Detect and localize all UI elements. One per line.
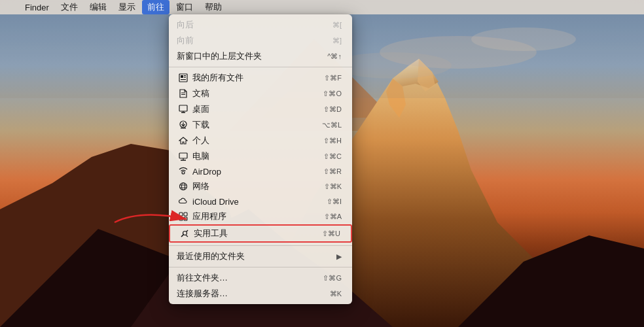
svg-rect-17 <box>184 75 186 76</box>
svg-rect-28 <box>179 153 187 158</box>
menu-goto-folder[interactable]: 前往文件夹… ⇧⌘G <box>169 270 352 286</box>
separator-3 <box>169 267 352 267</box>
utilities-icon <box>178 229 191 238</box>
svg-rect-37 <box>184 213 187 216</box>
menubar-help[interactable]: 帮助 <box>200 0 227 14</box>
menu-airdrop[interactable]: AirDrop ⇧⌘R <box>169 164 352 179</box>
menu-icloud[interactable]: iCloud Drive ⇧⌘I <box>169 194 352 209</box>
menu-back[interactable]: 向后 ⌘[ <box>169 17 352 33</box>
icloud-icon <box>177 197 190 206</box>
svg-rect-22 <box>179 105 187 111</box>
documents-icon <box>177 89 190 98</box>
menu-recent-folders[interactable]: 最近使用的文件夹 ▶ <box>169 249 352 264</box>
menubar-view[interactable]: 显示 <box>113 0 141 14</box>
all-files-icon <box>177 73 190 82</box>
menubar-window[interactable]: 窗口 <box>171 0 198 14</box>
menu-connect-server[interactable]: 连接服务器… ⌘K <box>169 286 352 301</box>
svg-line-42 <box>187 230 188 232</box>
network-icon <box>177 182 190 191</box>
menu-utilities[interactable]: 实用工具 ⇧⌘U <box>169 224 352 243</box>
menu-all-files[interactable]: 我的所有文件 ⇧⌘F <box>169 70 352 86</box>
airdrop-icon <box>177 167 190 176</box>
menubar-edit[interactable]: 编辑 <box>84 0 112 14</box>
home-icon <box>177 136 190 145</box>
svg-point-31 <box>182 171 185 174</box>
menubar-file[interactable]: 文件 <box>56 0 83 14</box>
separator-2 <box>169 245 352 246</box>
menu-documents[interactable]: 文稿 ⇧⌘O <box>169 86 352 101</box>
menu-network[interactable]: 网络 ⇧⌘K <box>169 179 352 194</box>
separator-1 <box>169 67 352 67</box>
svg-point-33 <box>182 183 185 190</box>
svg-rect-39 <box>184 217 187 220</box>
computer-icon <box>177 152 190 161</box>
menu-computer[interactable]: 电脑 ⇧⌘C <box>169 148 352 164</box>
svg-rect-16 <box>181 75 183 78</box>
menu-enclosing[interactable]: 新窗口中的上层文件夹 ^⌘↑ <box>169 48 352 64</box>
downloads-icon <box>177 120 190 129</box>
menu-downloads[interactable]: 下载 ⌥⌘L <box>169 117 352 133</box>
menu-applications[interactable]: 应用程序 ⇧⌘A <box>169 209 352 224</box>
shortcut-back: ⌘[ <box>332 21 342 29</box>
shortcut-enclosing: ^⌘↑ <box>327 52 342 61</box>
menubar-finder[interactable]: Finder <box>20 0 54 14</box>
svg-line-43 <box>186 235 188 237</box>
menu-forward[interactable]: 向前 ⌘] <box>169 33 352 48</box>
applications-icon <box>177 212 190 221</box>
svg-rect-18 <box>184 77 186 78</box>
menu-desktop[interactable]: 桌面 ⇧⌘D <box>169 101 352 117</box>
svg-rect-38 <box>179 217 183 220</box>
shortcut-forward: ⌘] <box>332 37 342 45</box>
svg-point-13 <box>471 27 576 51</box>
menubar: Finder 文件 编辑 显示 前往 窗口 帮助 <box>0 0 644 14</box>
apple-menu-button[interactable] <box>5 0 18 14</box>
desktop-icon <box>177 105 190 114</box>
svg-rect-19 <box>181 79 186 80</box>
menu-home[interactable]: 个人 ⇧⌘H <box>169 133 352 148</box>
go-menu: 向后 ⌘[ 向前 ⌘] 新窗口中的上层文件夹 ^⌘↑ 我的所有文件 <box>169 14 352 304</box>
svg-rect-36 <box>179 213 183 216</box>
svg-point-32 <box>180 183 187 190</box>
menubar-go[interactable]: 前往 <box>142 0 170 14</box>
